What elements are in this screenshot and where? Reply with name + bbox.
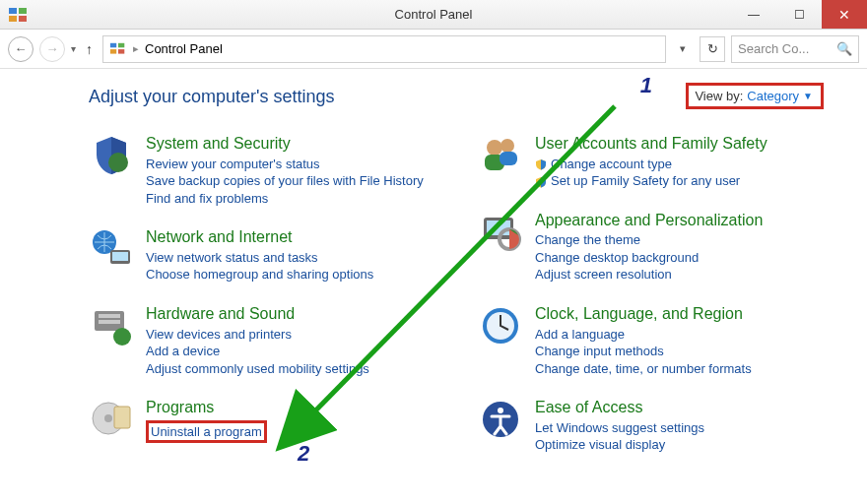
network-icon (89, 226, 134, 272)
link-mobility[interactable]: Adjust commonly used mobility settings (146, 360, 369, 378)
link-input-methods[interactable]: Change input methods (535, 343, 752, 360)
link-homegroup[interactable]: Choose homegroup and sharing options (146, 266, 373, 284)
maximize-button[interactable]: ☐ (776, 0, 822, 29)
view-by-selector[interactable]: View by: Category ▼ (686, 83, 824, 109)
svg-point-15 (113, 328, 131, 346)
category-title[interactable]: Clock, Language, and Region (535, 303, 752, 325)
view-by-value: Category (747, 89, 799, 103)
category-user-accounts: User Accounts and Family Safety Change a… (478, 133, 837, 190)
search-placeholder: Search Co... (738, 41, 809, 56)
svg-rect-2 (9, 16, 17, 22)
search-icon: 🔍 (836, 41, 852, 56)
link-file-history[interactable]: Save backup copies of your files with Fi… (146, 172, 424, 190)
minimize-button[interactable]: — (731, 0, 776, 29)
search-input[interactable]: Search Co... 🔍 (731, 35, 859, 63)
ease-of-access-icon (478, 397, 523, 442)
control-panel-icon (109, 41, 127, 57)
left-column: System and Security Review your computer… (89, 133, 448, 454)
link-change-theme[interactable]: Change the theme (535, 231, 763, 249)
svg-point-19 (487, 140, 502, 156)
svg-rect-22 (500, 152, 517, 165)
appearance-icon (478, 210, 523, 255)
link-add-language[interactable]: Add a language (535, 326, 752, 344)
address-location: Control Panel (145, 41, 223, 56)
annotation-2: 2 (298, 441, 309, 467)
svg-point-29 (498, 408, 503, 413)
link-fix-problems[interactable]: Find and fix problems (146, 190, 424, 208)
programs-icon (89, 397, 134, 442)
breadcrumb-separator-icon: ▸ (133, 42, 139, 55)
category-hardware-sound: Hardware and Sound View devices and prin… (89, 303, 448, 377)
svg-rect-13 (99, 314, 120, 318)
category-title[interactable]: Hardware and Sound (146, 303, 369, 325)
content-area: Adjust your computer's settings View by:… (0, 69, 867, 454)
link-family-safety[interactable]: Set up Family Safety for any user (551, 172, 740, 190)
navigation-bar: ← → ▾ ↑ ▸ Control Panel ▾ ↻ Search Co...… (0, 30, 867, 69)
category-title[interactable]: Appearance and Personalization (535, 210, 763, 231)
link-desktop-background[interactable]: Change desktop background (535, 249, 763, 267)
link-add-device[interactable]: Add a device (146, 343, 369, 360)
annotation-1: 1 (640, 73, 652, 98)
svg-rect-5 (118, 42, 124, 46)
category-ease-of-access: Ease of Access Let Windows suggest setti… (478, 397, 837, 454)
svg-rect-1 (19, 8, 27, 14)
svg-rect-7 (118, 49, 124, 53)
category-clock-language: Clock, Language, and Region Add a langua… (478, 303, 837, 377)
back-button[interactable]: ← (8, 36, 33, 62)
chevron-down-icon: ▼ (803, 91, 813, 101)
uac-shield-icon (535, 175, 547, 187)
link-optimize-display[interactable]: Optimize visual display (535, 436, 704, 454)
control-panel-icon (8, 7, 28, 23)
svg-rect-0 (9, 8, 17, 14)
refresh-button[interactable]: ↻ (700, 36, 725, 62)
address-dropdown-icon[interactable]: ▾ (672, 42, 694, 55)
user-accounts-icon (478, 133, 523, 178)
system-security-icon (89, 133, 134, 178)
link-devices-printers[interactable]: View devices and printers (146, 326, 369, 344)
category-system-security: System and Security Review your computer… (89, 133, 448, 207)
svg-rect-3 (19, 16, 27, 22)
hardware-icon (89, 303, 134, 348)
view-by-label: View by: (695, 89, 743, 103)
svg-point-21 (500, 139, 514, 153)
link-screen-resolution[interactable]: Adjust screen resolution (535, 266, 763, 284)
link-uninstall-program[interactable]: Uninstall a program (151, 424, 262, 439)
up-button[interactable]: ↑ (82, 41, 97, 57)
category-title[interactable]: Network and Internet (146, 226, 373, 248)
category-network-internet: Network and Internet View network status… (89, 226, 448, 284)
close-button[interactable]: ✕ (822, 0, 867, 29)
link-review-status[interactable]: Review your computer's status (146, 156, 424, 173)
clock-icon (478, 303, 523, 348)
svg-point-8 (108, 153, 128, 172)
category-title[interactable]: Programs (146, 397, 267, 418)
link-network-status[interactable]: View network status and tasks (146, 249, 373, 267)
link-change-account-type[interactable]: Change account type (551, 156, 672, 173)
address-bar[interactable]: ▸ Control Panel (102, 35, 666, 63)
highlight-uninstall: Uninstall a program (146, 420, 267, 444)
right-column: User Accounts and Family Safety Change a… (478, 133, 837, 454)
forward-button[interactable]: → (39, 36, 65, 62)
category-title[interactable]: System and Security (146, 133, 424, 155)
svg-point-17 (104, 414, 112, 422)
svg-rect-11 (112, 252, 128, 261)
history-dropdown-icon[interactable]: ▾ (71, 43, 76, 54)
category-title[interactable]: User Accounts and Family Safety (535, 133, 767, 155)
svg-rect-14 (99, 320, 120, 324)
category-title[interactable]: Ease of Access (535, 397, 704, 418)
uac-shield-icon (535, 158, 547, 169)
window-titlebar: Control Panel — ☐ ✕ (0, 0, 867, 30)
svg-rect-18 (114, 407, 130, 428)
svg-rect-4 (110, 42, 116, 46)
link-date-time-formats[interactable]: Change date, time, or number formats (535, 360, 752, 378)
svg-rect-6 (110, 49, 116, 53)
link-suggest-settings[interactable]: Let Windows suggest settings (535, 419, 704, 437)
category-appearance: Appearance and Personalization Change th… (478, 210, 837, 284)
category-programs: Programs Uninstall a program (89, 397, 448, 443)
